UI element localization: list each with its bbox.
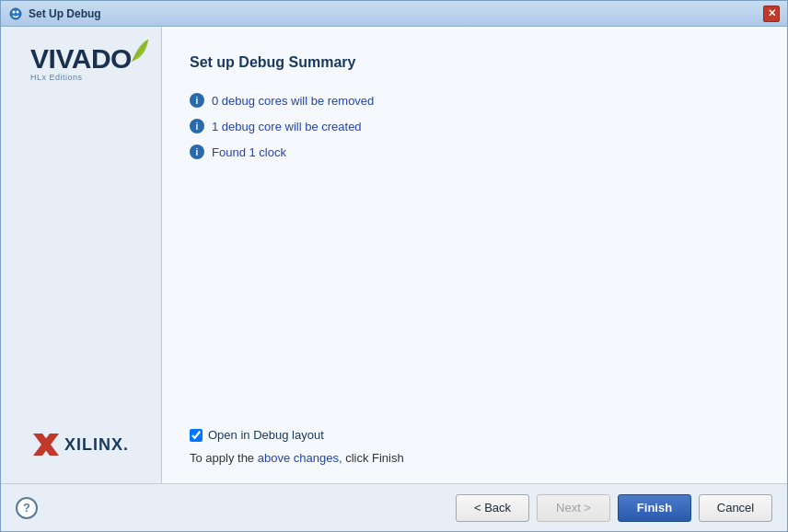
sidebar: VIVADO HLx Editions XILINX. (1, 27, 162, 483)
footer-right: < Back Next > Finish Cancel (456, 494, 772, 522)
help-button[interactable]: ? (16, 497, 38, 519)
summary-item-0: i 0 debug cores will be removed (190, 93, 759, 108)
vivado-logo-area: VIVADO HLx Editions (30, 45, 132, 82)
info-icon-1: i (190, 119, 204, 133)
info-icon-0: i (190, 93, 204, 108)
main-content-panel: Set up Debug Summary i 0 debug cores wil… (162, 27, 787, 483)
apply-highlight: above changes, (258, 451, 342, 465)
title-bar-left: Set Up Debug (8, 6, 101, 21)
summary-list: i 0 debug cores will be removed i 1 debu… (190, 93, 759, 159)
title-bar: Set Up Debug ✕ (1, 1, 787, 27)
xilinx-x-icon (33, 434, 59, 456)
vivado-brand-name: VIVADO (30, 43, 132, 74)
summary-text-1: 1 debug core will be created (212, 120, 362, 133)
vivado-leaf-icon (130, 38, 150, 64)
svg-point-2 (17, 10, 19, 13)
footer-left: ? (16, 497, 38, 519)
close-button[interactable]: ✕ (763, 6, 780, 22)
finish-button[interactable]: Finish (618, 494, 691, 522)
summary-item-2: i Found 1 clock (190, 145, 759, 159)
xilinx-logo-area: XILINX. (33, 434, 129, 456)
window-title: Set Up Debug (29, 7, 101, 20)
apply-changes-text: To apply the above changes, click Finish (190, 451, 759, 465)
info-icon-2: i (190, 145, 204, 159)
svg-point-1 (13, 10, 16, 13)
summary-text-0: 0 debug cores will be removed (212, 94, 374, 108)
xilinx-brand-name: XILINX. (64, 435, 129, 455)
debug-layout-checkbox[interactable] (190, 429, 203, 442)
page-title: Set up Debug Summary (190, 54, 759, 71)
summary-item-1: i 1 debug core will be created (190, 119, 759, 133)
debug-icon (8, 6, 23, 21)
footer: ? < Back Next > Finish Cancel (1, 483, 787, 531)
vivado-subtitle: HLx Editions (30, 73, 132, 82)
main-window: Set Up Debug ✕ VIVADO HLx Editions (0, 0, 788, 532)
debug-layout-label[interactable]: Open in Debug layout (208, 428, 324, 442)
cancel-button[interactable]: Cancel (699, 494, 772, 522)
back-button[interactable]: < Back (456, 494, 529, 522)
content-area: VIVADO HLx Editions XILINX. (1, 27, 787, 483)
summary-text-2: Found 1 clock (212, 145, 286, 159)
bottom-area: Open in Debug layout To apply the above … (190, 413, 759, 465)
next-button[interactable]: Next > (537, 494, 610, 522)
debug-layout-checkbox-row: Open in Debug layout (190, 428, 759, 442)
